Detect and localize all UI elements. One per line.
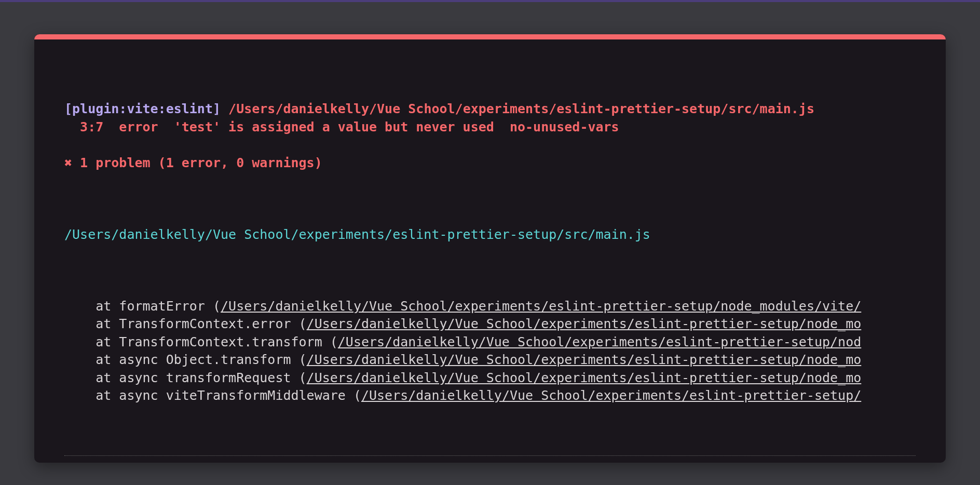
stack-frame: at async transformRequest (/Users/daniel… [64, 369, 916, 387]
stack-at: at TransformContext.error ( [64, 316, 307, 331]
error-summary: ✖ 1 problem (1 error, 0 warnings) [64, 155, 322, 170]
spacer [64, 190, 916, 208]
stack-at: at formatError ( [64, 299, 221, 314]
stack-frame: at async Object.transform (/Users/daniel… [64, 351, 916, 369]
stack-path-link[interactable]: /Users/danielkelly/Vue School/experiment… [307, 352, 862, 367]
overlay-accent-stripe [34, 34, 946, 39]
stack-path-link[interactable]: /Users/danielkelly/Vue School/experiment… [361, 388, 861, 403]
stack-path-link[interactable]: /Users/danielkelly/Vue School/experiment… [221, 299, 861, 314]
stack-frame: at TransformContext.error (/Users/daniel… [64, 315, 916, 333]
stack-at: at TransformContext.transform ( [64, 334, 338, 349]
stack-frame: at TransformContext.transform (/Users/da… [64, 333, 916, 352]
error-file-path: /Users/danielkelly/Vue School/experiment… [228, 101, 814, 116]
source-file-path[interactable]: /Users/danielkelly/Vue School/experiment… [64, 226, 916, 244]
stack-path-link[interactable]: /Users/danielkelly/Vue School/experiment… [338, 334, 861, 349]
stack-at: at async viteTransformMiddleware ( [64, 388, 361, 403]
spacer [64, 262, 916, 280]
stack-frame: at async viteTransformMiddleware (/Users… [64, 387, 916, 405]
error-message-block: [plugin:vite:eslint] /Users/danielkelly/… [64, 100, 916, 172]
stack-frame: at formatError (/Users/danielkelly/Vue S… [64, 298, 916, 316]
overlay-content: [plugin:vite:eslint] /Users/danielkelly/… [34, 39, 946, 463]
stack-at: at async Object.transform ( [64, 352, 307, 367]
stack-at: at async transformRequest ( [64, 370, 307, 385]
error-detail-line: 3:7 error 'test' is assigned a value but… [64, 119, 619, 134]
stack-path-link[interactable]: /Users/danielkelly/Vue School/experiment… [307, 316, 862, 331]
window-top-accent [0, 0, 980, 2]
plugin-tag: [plugin:vite:eslint] [64, 101, 221, 116]
stack-path-link[interactable]: /Users/danielkelly/Vue School/experiment… [307, 370, 862, 385]
divider [64, 455, 916, 456]
stack-trace: at formatError (/Users/danielkelly/Vue S… [64, 298, 916, 405]
vite-error-overlay[interactable]: [plugin:vite:eslint] /Users/danielkelly/… [34, 34, 946, 463]
